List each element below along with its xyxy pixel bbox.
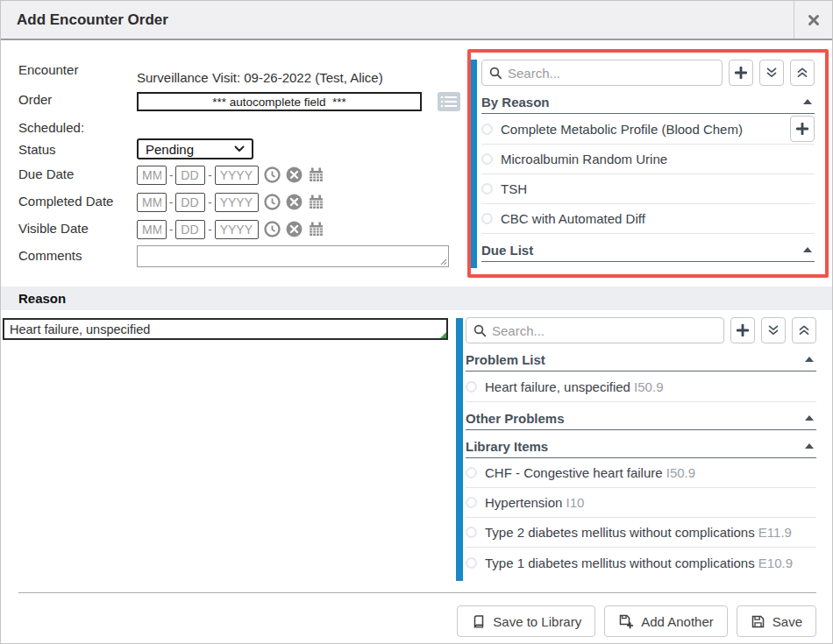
visible-date-day-input[interactable] bbox=[175, 220, 205, 239]
date-separator: - bbox=[208, 223, 211, 236]
encounter-value: Surveillance Visit: 09-26-2022 (Test, Al… bbox=[137, 70, 383, 85]
status-select[interactable]: Pending bbox=[137, 138, 253, 159]
library-item[interactable]: CHF - Congestive heart failure I50.9 bbox=[466, 458, 816, 488]
due-date-now-button[interactable] bbox=[264, 166, 281, 183]
radio-icon[interactable] bbox=[466, 381, 477, 393]
radio-icon[interactable] bbox=[481, 124, 493, 135]
radio-icon[interactable] bbox=[466, 467, 477, 478]
add-order-item-button[interactable] bbox=[790, 116, 815, 142]
due-date-year-input[interactable] bbox=[215, 166, 259, 185]
plus-icon bbox=[735, 67, 747, 79]
radio-icon[interactable] bbox=[481, 213, 493, 224]
problem-item-label: Heart failure, unspecified I50.9 bbox=[485, 379, 663, 394]
status-selected-value: Pending bbox=[146, 142, 194, 157]
due-date-month-input[interactable] bbox=[137, 166, 167, 185]
add-another-button[interactable]: Add Another bbox=[604, 605, 728, 637]
completed-date-year-input[interactable] bbox=[215, 193, 259, 212]
autocomplete-match-indicator bbox=[440, 332, 446, 338]
section-title: Due List bbox=[481, 243, 533, 258]
order-item[interactable]: TSH bbox=[481, 174, 815, 204]
due-date-clear-button[interactable] bbox=[286, 166, 303, 183]
collapse-triangle-icon bbox=[803, 99, 812, 104]
panel-accent-bar bbox=[456, 318, 463, 581]
section-header-by-reason[interactable]: By Reason bbox=[481, 90, 815, 114]
double-chevron-up-icon bbox=[798, 324, 810, 336]
search-icon bbox=[473, 324, 487, 337]
problem-text: CHF - Congestive heart failure bbox=[485, 465, 663, 480]
completed-date-now-button[interactable] bbox=[264, 194, 281, 210]
dialog-title: Add Encounter Order bbox=[17, 11, 168, 29]
add-another-label: Add Another bbox=[641, 614, 714, 629]
section-header-other-problems[interactable]: Other Problems bbox=[466, 407, 816, 430]
visible-date-calendar-button[interactable] bbox=[308, 221, 324, 237]
due-date-day-input[interactable] bbox=[175, 166, 205, 185]
reason-search-input[interactable] bbox=[492, 323, 716, 338]
radio-icon[interactable] bbox=[481, 153, 493, 165]
save-to-library-button[interactable]: Save to Library bbox=[457, 605, 595, 637]
section-header-problem-list[interactable]: Problem List bbox=[466, 348, 816, 372]
comments-textarea[interactable] bbox=[137, 245, 449, 267]
date-separator: - bbox=[169, 195, 173, 209]
reason-autocomplete-input[interactable] bbox=[3, 318, 448, 340]
reason-add-button[interactable] bbox=[730, 317, 755, 343]
panel-accent-bar bbox=[471, 60, 477, 268]
date-separator: - bbox=[208, 195, 211, 209]
collapse-triangle-icon bbox=[805, 415, 814, 421]
section-header-library-items[interactable]: Library Items bbox=[466, 435, 816, 458]
radio-icon[interactable] bbox=[466, 557, 477, 569]
due-date-row: - - bbox=[137, 165, 324, 185]
visible-date-row: - - bbox=[137, 219, 324, 239]
order-item[interactable]: CBC with Automated Diff bbox=[481, 204, 815, 234]
order-list-button[interactable] bbox=[437, 91, 461, 112]
reason-picker-toolbar bbox=[466, 317, 816, 343]
save-button[interactable]: Save bbox=[737, 605, 816, 637]
double-chevron-up-icon bbox=[796, 67, 808, 79]
order-item-label: TSH bbox=[501, 181, 527, 196]
order-search-input[interactable] bbox=[508, 66, 715, 81]
calendar-icon bbox=[308, 166, 324, 183]
reason-expand-all-button[interactable] bbox=[761, 317, 786, 343]
reason-search-box[interactable] bbox=[466, 317, 724, 343]
section-header-due-list[interactable]: Due List bbox=[481, 238, 815, 262]
visible-date-month-input[interactable] bbox=[137, 220, 167, 239]
completed-date-month-input[interactable] bbox=[137, 193, 167, 212]
reason-collapse-all-button[interactable] bbox=[792, 317, 816, 343]
date-separator: - bbox=[169, 223, 173, 236]
order-item[interactable]: Complete Metabolic Profile (Blood Chem) bbox=[481, 114, 815, 145]
order-collapse-all-button[interactable] bbox=[790, 60, 815, 86]
icd-code: I10 bbox=[566, 495, 585, 510]
order-item-label: Microalbumin Random Urine bbox=[501, 152, 667, 166]
completed-date-calendar-button[interactable] bbox=[308, 194, 324, 210]
double-chevron-down-icon bbox=[765, 67, 778, 79]
order-search-box[interactable] bbox=[481, 60, 723, 86]
resize-grip-icon[interactable] bbox=[440, 258, 447, 265]
library-item[interactable]: Type 1 diabetes mellitus without complic… bbox=[466, 548, 816, 577]
order-autocomplete-input[interactable] bbox=[137, 92, 422, 111]
collapse-triangle-icon bbox=[805, 443, 814, 449]
due-date-calendar-button[interactable] bbox=[308, 166, 324, 183]
reason-picker-panel: Problem List Heart failure, unspecified … bbox=[466, 317, 816, 577]
library-item[interactable]: Type 2 diabetes mellitus without complic… bbox=[466, 518, 816, 548]
radio-icon[interactable] bbox=[466, 527, 477, 538]
calendar-icon bbox=[308, 221, 324, 237]
close-button[interactable] bbox=[794, 1, 832, 39]
visible-date-year-input[interactable] bbox=[215, 220, 259, 239]
visible-date-clear-button[interactable] bbox=[286, 221, 303, 237]
order-add-button[interactable] bbox=[729, 60, 753, 86]
radio-icon[interactable] bbox=[466, 497, 477, 508]
save-icon bbox=[751, 614, 765, 629]
dialog-header: Add Encounter Order bbox=[1, 1, 832, 40]
clock-icon bbox=[264, 166, 281, 183]
clock-icon bbox=[264, 194, 281, 210]
library-item[interactable]: Hypertension I10 bbox=[466, 488, 816, 518]
order-item[interactable]: Microalbumin Random Urine bbox=[481, 145, 815, 174]
date-separator: - bbox=[169, 168, 173, 181]
list-icon bbox=[437, 91, 461, 112]
completed-date-day-input[interactable] bbox=[175, 193, 205, 212]
library-item-label: CHF - Congestive heart failure I50.9 bbox=[485, 465, 695, 480]
completed-date-clear-button[interactable] bbox=[286, 194, 303, 210]
problem-item[interactable]: Heart failure, unspecified I50.9 bbox=[466, 372, 816, 402]
visible-date-now-button[interactable] bbox=[264, 221, 281, 237]
radio-icon[interactable] bbox=[481, 183, 493, 195]
order-expand-all-button[interactable] bbox=[759, 60, 784, 86]
